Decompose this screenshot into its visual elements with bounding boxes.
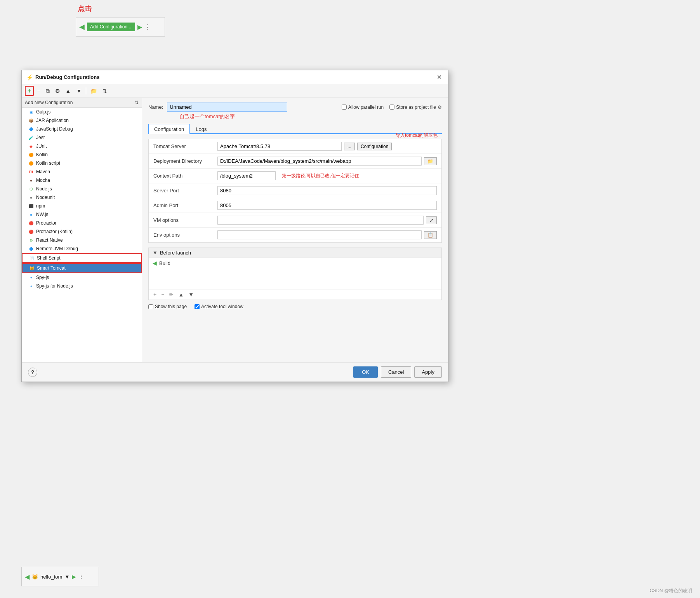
extra-icon: ⋮ — [144, 23, 151, 31]
env-options-input[interactable] — [217, 230, 422, 239]
show-page-label[interactable]: Show this page — [148, 304, 187, 309]
before-launch-header[interactable]: ▼ Before launch — [149, 248, 441, 258]
jar-icon: 📦 — [28, 117, 34, 124]
bottom-run-icon[interactable]: ▶ — [72, 574, 76, 580]
list-item-gulp[interactable]: ▣ Gulp.js — [22, 108, 142, 116]
store-project-checkbox[interactable] — [389, 105, 394, 110]
intellij-icon: ⚡ — [26, 74, 33, 80]
store-project-icon: ⚙ — [438, 105, 442, 110]
add-new-config-header[interactable]: Add New Configuration ⇅ — [22, 98, 142, 108]
before-launch-up-button[interactable]: ▲ — [177, 291, 185, 298]
dialog-close-button[interactable]: ✕ — [435, 73, 443, 81]
move-up-button[interactable]: ▲ — [63, 87, 73, 95]
context-path-label: Context Path — [153, 173, 217, 179]
allow-parallel-checkbox[interactable] — [342, 105, 347, 110]
copy-config-button[interactable]: ⧉ — [43, 87, 52, 96]
list-item-nodeunit[interactable]: ● Nodeunit — [22, 193, 142, 202]
footer-buttons: OK Cancel Apply — [353, 366, 442, 378]
server-port-input[interactable] — [217, 186, 437, 195]
list-item-nwjs[interactable]: ● NW.js — [22, 210, 142, 219]
name-label: Name: — [148, 104, 163, 110]
list-item-protractor-kotlin[interactable]: 🔴 Protractor (Kotlin) — [22, 227, 142, 236]
vm-options-input[interactable] — [217, 216, 424, 225]
list-item-spyjs[interactable]: 🔹 Spy-js — [22, 273, 142, 282]
tomcat-configuration-button[interactable]: Configuration — [357, 143, 392, 150]
settings-button[interactable]: ⚙ — [53, 87, 63, 95]
before-launch-down-button[interactable]: ▼ — [187, 291, 195, 298]
checkbox-area: Allow parallel run Store as project file… — [342, 105, 442, 110]
deployment-dir-value: 📁 — [217, 157, 437, 166]
left-panel: Add New Configuration ⇅ ▣ Gulp.js 📦 JAR … — [22, 98, 142, 362]
env-options-browse-button[interactable]: 📋 — [424, 231, 437, 239]
show-page-checkbox[interactable] — [148, 304, 153, 309]
move-down-button[interactable]: ▼ — [74, 87, 84, 95]
protractor-kotlin-icon: 🔴 — [28, 228, 34, 235]
before-launch-edit-button[interactable]: ✏ — [167, 291, 175, 298]
react-native-icon: ⚙ — [28, 237, 34, 243]
list-item-smart-tomcat[interactable]: 🐱 Smart Tomcat — [22, 263, 142, 273]
dialog-title: ⚡ Run/Debug Configurations — [26, 74, 99, 80]
server-port-label: Server Port — [153, 188, 217, 194]
tab-configuration[interactable]: Configuration — [148, 124, 190, 134]
name-input[interactable] — [167, 103, 287, 112]
folder-button[interactable]: 📁 — [88, 87, 99, 95]
remove-config-button[interactable]: − — [35, 87, 42, 95]
before-launch-add-button[interactable]: + — [152, 291, 158, 298]
list-item-js-debug[interactable]: 🔷 JavaScript Debug — [22, 125, 142, 133]
list-item-spyjs-nodejs[interactable]: 🔹 Spy-js for Node.js — [22, 282, 142, 290]
list-item-react-native[interactable]: ⚙ React Native — [22, 236, 142, 244]
list-item-mocha[interactable]: ● Mocha — [22, 176, 142, 185]
tab-logs[interactable]: Logs — [190, 124, 212, 134]
server-port-value — [217, 186, 437, 195]
cancel-button[interactable]: Cancel — [381, 366, 411, 378]
list-item-kotlin[interactable]: 🟠 Kotlin — [22, 150, 142, 159]
list-item-npm[interactable]: ⬛ npm — [22, 202, 142, 210]
list-item-junit[interactable]: ◆ JUnit — [22, 142, 142, 150]
help-button[interactable]: ? — [28, 368, 37, 377]
form-row-env-options: Env options 📋 — [149, 228, 441, 242]
allow-parallel-label[interactable]: Allow parallel run — [342, 105, 384, 110]
before-launch-section: ▼ Before launch ◀ Build + − ✏ ▲ ▼ — [148, 248, 442, 300]
list-item-jest[interactable]: 🧪 Jest — [22, 133, 142, 142]
before-launch-body: ◀ Build — [149, 258, 441, 289]
nodeunit-icon: ● — [28, 194, 34, 200]
bottom-dropdown-icon[interactable]: ▼ — [64, 574, 69, 580]
list-item-nodejs[interactable]: ⬡ Node.js — [22, 185, 142, 193]
mini-toolbar-top: ◀ Add Configuration... ▶ ⋮ — [76, 17, 165, 37]
tomcat-server-value: ... Configuration — [217, 142, 437, 151]
env-options-value: 📋 — [217, 230, 437, 239]
tomcat-browse-button[interactable]: ... — [344, 143, 355, 150]
maven-icon: m — [28, 169, 34, 175]
add-configuration-button[interactable]: Add Configuration... — [87, 23, 135, 31]
jest-icon: 🧪 — [28, 134, 34, 141]
top-annotation: 点击 — [78, 4, 92, 13]
before-launch-remove-button[interactable]: − — [160, 291, 166, 298]
add-config-button[interactable]: + — [25, 86, 34, 96]
bottom-extra-icon[interactable]: ⋮ — [78, 574, 84, 580]
remote-jvm-icon: 🔷 — [28, 246, 34, 252]
tomcat-server-input[interactable] — [217, 142, 342, 151]
dialog-footer: ? OK Cancel Apply — [22, 362, 448, 382]
context-path-input[interactable] — [217, 171, 276, 180]
admin-port-input[interactable] — [217, 201, 437, 210]
form-row-admin-port: Admin Port — [149, 198, 441, 213]
activate-window-label[interactable]: Activate tool window — [195, 304, 243, 309]
deployment-dir-input[interactable] — [217, 157, 422, 166]
apply-button[interactable]: Apply — [414, 366, 442, 378]
vm-options-expand-button[interactable]: ⤢ — [426, 216, 437, 224]
list-item-kotlin-script[interactable]: 🟠 Kotlin script — [22, 159, 142, 167]
form-row-deployment-dir: Deployment Directory 📁 — [149, 154, 441, 169]
spyjs-nodejs-icon: 🔹 — [28, 283, 34, 289]
annotation-tomcat: 导入tomcat的解压包 — [396, 132, 438, 139]
list-item-protractor[interactable]: 🔴 Protractor — [22, 219, 142, 227]
activate-window-checkbox[interactable] — [195, 304, 200, 309]
list-item-jar[interactable]: 📦 JAR Application — [22, 116, 142, 125]
build-run-icon: ◀ — [153, 260, 157, 266]
deployment-dir-browse-button[interactable]: 📁 — [424, 157, 437, 165]
list-item-maven[interactable]: m Maven — [22, 167, 142, 176]
sort-button[interactable]: ⇅ — [100, 87, 109, 95]
list-item-shell-script[interactable]: 📄 Shell Script — [22, 253, 142, 263]
ok-button[interactable]: OK — [353, 366, 378, 378]
store-project-label[interactable]: Store as project file ⚙ — [389, 105, 442, 110]
list-item-remote-jvm[interactable]: 🔷 Remote JVM Debug — [22, 244, 142, 253]
